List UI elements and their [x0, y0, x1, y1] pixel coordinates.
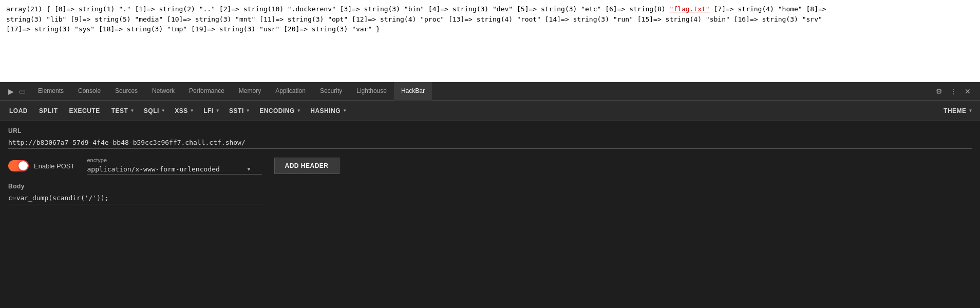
tab-sources[interactable]: Sources [108, 82, 145, 101]
enctype-dropdown-arrow: ▼ [247, 166, 252, 172]
xss-dropdown-arrow: ▼ [190, 108, 194, 113]
enable-post-toggle[interactable] [8, 160, 29, 171]
sqli-dropdown[interactable]: SQLI ▼ [139, 105, 168, 117]
tab-memory[interactable]: Memory [232, 82, 268, 101]
more-icon[interactable]: ⋮ [947, 85, 959, 98]
tab-lighthouse[interactable]: Lighthouse [349, 82, 394, 101]
xss-dropdown[interactable]: XSS ▼ [169, 105, 197, 117]
theme-dropdown-arrow: ▼ [969, 108, 973, 113]
tab-elements[interactable]: Elements [31, 82, 71, 101]
encoding-dropdown[interactable]: ENCODING ▼ [254, 105, 304, 117]
cursor-icon[interactable]: ▶ [6, 87, 15, 96]
tab-security[interactable]: Security [313, 82, 349, 101]
enable-post-label: Enable POST [34, 162, 75, 170]
theme-dropdown[interactable]: THEME ▼ [938, 105, 976, 117]
add-header-button[interactable]: ADD HEADER [274, 158, 340, 174]
test-dropdown[interactable]: TEST ▼ [106, 105, 138, 117]
toggle-knob [18, 161, 28, 170]
lfi-dropdown-arrow: ▼ [216, 108, 220, 113]
enctype-select-wrapper: application/x-www-form-urlencoded multip… [87, 165, 262, 175]
tab-hackbar[interactable]: HackBar [394, 82, 432, 101]
tab-performance[interactable]: Performance [182, 82, 232, 101]
ssti-dropdown[interactable]: SSTI ▼ [224, 105, 253, 117]
output-line3: [17]=> string(3) "sys" [18]=> string(3) … [6, 25, 380, 33]
hashing-dropdown-arrow: ▼ [343, 108, 347, 113]
hackbar-toolbar: LOAD SPLIT EXECUTE TEST ▼ SQLI ▼ XSS ▼ L… [0, 101, 980, 121]
url-section: URL [8, 127, 972, 149]
hashing-dropdown[interactable]: HASHING ▼ [305, 105, 350, 117]
options-row: Enable POST enctype application/x-www-fo… [8, 157, 972, 175]
devtools-icons: ▶ ▭ [2, 87, 31, 96]
close-icon[interactable]: ✕ [962, 85, 974, 98]
split-button[interactable]: SPLIT [34, 105, 63, 117]
devtools-right-icons: ⚙ ⋮ ✕ [933, 85, 978, 98]
load-button[interactable]: LOAD [4, 105, 33, 117]
enctype-group: enctype application/x-www-form-urlencode… [87, 157, 262, 175]
body-section: Body [8, 183, 972, 204]
tab-application[interactable]: Application [268, 82, 313, 101]
page-output: array(21) { [0]=> string(1) "." [1]=> st… [0, 0, 980, 82]
url-input[interactable] [8, 137, 972, 149]
lfi-dropdown[interactable]: LFI ▼ [198, 105, 223, 117]
encoding-dropdown-arrow: ▼ [297, 108, 301, 113]
enctype-select[interactable]: application/x-www-form-urlencoded multip… [87, 165, 247, 173]
enctype-label: enctype [87, 157, 262, 163]
settings-icon[interactable]: ⚙ [933, 85, 945, 98]
ssti-dropdown-arrow: ▼ [246, 108, 250, 113]
enable-post-group: Enable POST [8, 160, 75, 171]
body-label: Body [8, 183, 972, 190]
output-line2: string(3) "lib" [9]=> string(5) "media" … [6, 15, 822, 23]
devtools-tab-bar: ▶ ▭ Elements Console Sources Network Per… [0, 82, 980, 101]
test-dropdown-arrow: ▼ [130, 108, 134, 113]
flag-txt-highlight: "flag.txt" [669, 5, 709, 13]
tab-network[interactable]: Network [145, 82, 182, 101]
device-icon[interactable]: ▭ [17, 87, 27, 96]
hackbar-content: URL Enable POST enctype application/x-ww… [0, 121, 980, 308]
execute-button[interactable]: EXECUTE [64, 105, 105, 117]
output-line1: array(21) { [0]=> string(1) "." [1]=> st… [6, 5, 826, 13]
sqli-dropdown-arrow: ▼ [161, 108, 165, 113]
tab-console[interactable]: Console [71, 82, 108, 101]
url-label: URL [8, 127, 972, 134]
devtools-panel: ▶ ▭ Elements Console Sources Network Per… [0, 82, 980, 308]
body-input[interactable] [8, 192, 265, 204]
